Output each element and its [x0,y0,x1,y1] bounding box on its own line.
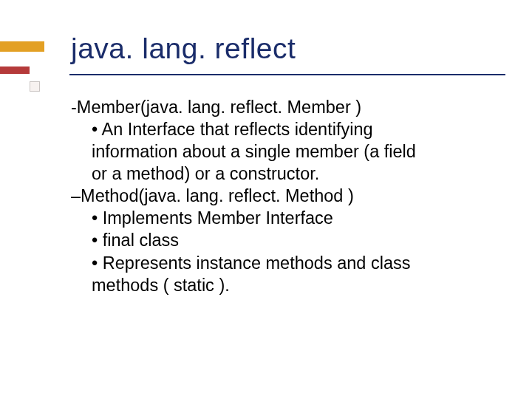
method-bullet-1: Implements Member Interface [92,207,482,229]
slide: java. lang. reflect -Member(java. lang. … [0,0,532,399]
decoration-bar-top [0,41,44,52]
slide-body: -Member(java. lang. reflect. Member ) An… [71,96,482,296]
method-bullet-2: final class [92,229,482,251]
member-heading: -Member(java. lang. reflect. Member ) [71,96,482,118]
title-underline [69,74,505,75]
slide-title: java. lang. reflect [71,33,296,65]
method-heading: –Method(java. lang. reflect. Method ) [71,185,482,207]
method-bullet-3-cont: methods ( static ). [92,274,482,296]
member-bullet-1: An Interface that reflects identifying [92,118,482,140]
decoration-bar-bottom [0,66,30,74]
member-bullet-1-cont2: or a method) or a constructor. [92,163,482,185]
member-bullet-1-cont: information about a single member (a fie… [92,140,482,163]
method-bullet-3: Represents instance methods and class [92,252,482,274]
decoration-square [30,81,40,92]
